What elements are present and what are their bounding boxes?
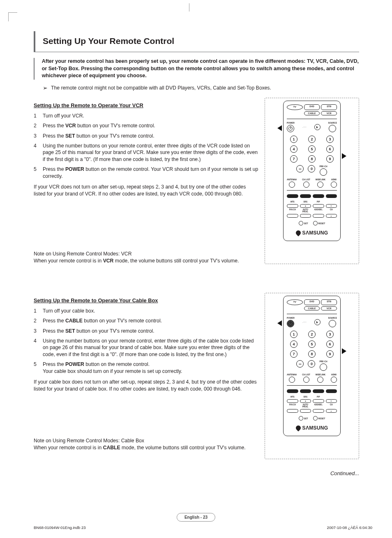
brand-text: SΛMSUNG: [302, 230, 328, 236]
step-number: 3: [34, 328, 43, 334]
remote-mode-tv: TV: [287, 299, 303, 305]
keypad-6: 6: [326, 145, 334, 153]
keypad-3: 3: [326, 331, 334, 338]
label-source: SOURCE: [328, 122, 337, 124]
color-pill-icon: [313, 389, 324, 393]
source-button-icon: [329, 125, 336, 132]
footer-doc-id: BN68-01094W-01Eng.indb 23: [34, 525, 86, 531]
step-number: 2: [34, 122, 43, 129]
color-pill-icon: [287, 389, 298, 393]
tv-indicator-icon: ⏵: [314, 124, 321, 130]
label-power: POWER: [287, 122, 295, 124]
autoprog-button-icon: [300, 409, 311, 413]
label-power: POWER: [287, 317, 295, 320]
continued-text: Continued...: [34, 470, 359, 477]
label-prech: PRE-CH: [319, 360, 327, 363]
label-pip: PIP: [313, 201, 324, 203]
color-pill-icon: [287, 194, 298, 198]
ch-down-icon: ∨: [326, 409, 337, 413]
crop-mark-icon: [189, 3, 189, 11]
keypad-9: 9: [326, 350, 334, 358]
label-reset: RESET: [318, 222, 325, 225]
source-button-icon: [329, 320, 336, 327]
footer-timestamp: 2007-10-08 ¿ÀÈÄ 6:04:30: [327, 525, 372, 531]
prech-button-icon: [320, 168, 327, 176]
divider: [34, 52, 359, 52]
label-srs: SRS: [300, 396, 311, 398]
label-adddel: ADD/DEL: [313, 404, 324, 408]
cable-note-title: Note on Using Remote Control Modes: Cabl…: [34, 437, 259, 444]
arrow-icon: [342, 348, 346, 354]
srs-button-icon: ●: [300, 204, 311, 208]
label-favch: FAV.CH: [287, 209, 298, 213]
vcr-note-body: When your remote control is in VCR mode,…: [34, 258, 259, 264]
ch-up-icon: ∧: [326, 399, 337, 403]
samsung-logo-icon: [295, 425, 302, 432]
label-favch: FAV.CH: [287, 404, 298, 408]
remote-mode-cable: CABLE: [304, 111, 320, 115]
step-number: 1: [34, 308, 43, 314]
step-number: 2: [34, 317, 43, 324]
autoprog-button-icon: [300, 214, 311, 218]
vcr-note-title: Note on Using Remote Control Modes: VCR: [34, 251, 259, 257]
chlist-button-icon: [303, 377, 309, 383]
keypad-5: 5: [308, 340, 316, 348]
keypad-3: 3: [326, 136, 334, 143]
step-number: 3: [34, 133, 43, 139]
remote-mode-dvd: DVD: [304, 299, 320, 305]
label-hdmi: HDMI: [331, 178, 337, 181]
reset-button-icon: [313, 416, 318, 421]
srs-button-icon: ●: [300, 399, 311, 403]
keypad-8: 8: [308, 155, 316, 163]
label-mts: MTS: [287, 201, 298, 203]
label-set: SET: [304, 417, 308, 420]
label-wiselink: WISELINK: [316, 373, 325, 376]
step-number: 4: [34, 143, 43, 163]
set-button-icon: [299, 221, 303, 225]
power-button-icon: [287, 125, 294, 132]
keypad-2: 2: [308, 331, 316, 338]
chlist-button-icon: [303, 182, 309, 188]
cable-section: Setting Up the Remote to Operate Your Ca…: [34, 293, 359, 459]
label-antenna: ANTENNA: [287, 373, 297, 376]
keypad-4: 4: [290, 145, 297, 153]
remote-mode-tv: TV: [287, 104, 303, 110]
keypad-6: 6: [326, 340, 334, 348]
antenna-button-icon: [289, 377, 295, 383]
ch-up-icon: ∧: [326, 204, 337, 208]
ch-down-icon: ∨: [326, 214, 337, 218]
keypad-0: 0: [308, 360, 315, 368]
cable-fallback: If your cable box does not turn on after…: [34, 379, 259, 392]
keypad-1: 1: [290, 331, 297, 338]
wiselink-button-icon: [317, 182, 323, 188]
wiselink-button-icon: [317, 377, 323, 383]
tv-indicator-icon: ⏵: [314, 319, 321, 325]
step-number: 4: [34, 338, 43, 358]
label-chlist: CH LIST: [302, 178, 310, 181]
adddel-button-icon: [313, 409, 324, 413]
page-number-badge: English - 23: [177, 513, 215, 522]
vcr-step-3: Press the SET button on your TV's remote…: [43, 133, 259, 139]
remote-diagram-vcr: TV DVD STB CABLE VCR POWER .::: ⏵ SOURCE: [265, 98, 359, 264]
cable-step-1: Turn off your cable box.: [43, 308, 259, 314]
dash-button: –: [296, 360, 304, 368]
mts-button-icon: [287, 399, 298, 403]
pip-button-icon: [313, 204, 324, 208]
arrow-icon: [342, 153, 346, 159]
cable-step-5: Press the POWER button on the remote con…: [43, 361, 259, 375]
remote-mode-stb: STB: [321, 104, 337, 110]
page-title: Setting Up Your Remote Control: [43, 31, 174, 52]
brand-text: SΛMSUNG: [302, 425, 328, 431]
remote-mode-vcr: VCR: [321, 306, 337, 310]
hdmi-button-icon: [331, 377, 337, 383]
remote-mode-dvd: DVD: [304, 104, 320, 110]
label-pip: PIP: [313, 396, 324, 398]
label-hdmi: HDMI: [331, 373, 337, 376]
remote-mode-cable: CABLE: [304, 306, 320, 310]
label-autoprog: AUTO PROG.: [300, 404, 311, 408]
label-chlist: CH LIST: [302, 373, 310, 376]
vcr-step-5: Press the POWER button on the remote con…: [43, 166, 259, 179]
cable-note-body: When your remote control is in CABLE mod…: [34, 444, 259, 451]
label-source: SOURCE: [328, 317, 337, 320]
cable-step-3: Press the SET button on your TV's remote…: [43, 328, 259, 334]
